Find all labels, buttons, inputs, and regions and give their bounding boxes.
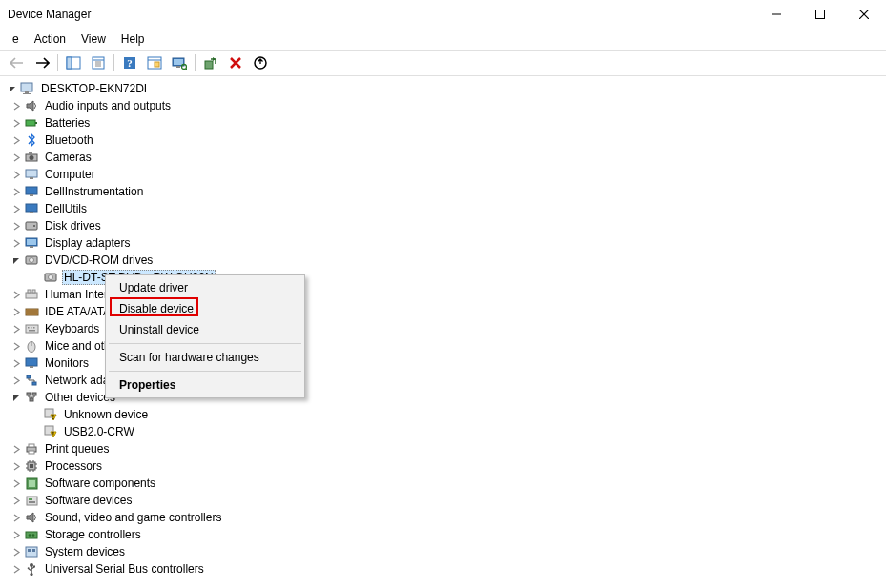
- chevron-down-icon[interactable]: [10, 253, 23, 267]
- tree-leaf-unknown-device[interactable]: ! Unknown device: [4, 406, 884, 423]
- svg-rect-35: [26, 187, 37, 194]
- context-update-driver[interactable]: Update driver: [108, 277, 302, 298]
- tree-item-processors[interactable]: Processors: [4, 457, 884, 475]
- menu-file-truncated[interactable]: e: [5, 30, 27, 49]
- tree-item-dvd[interactable]: DVD/CD-ROM drives: [4, 252, 884, 269]
- chevron-right-icon[interactable]: [10, 528, 23, 541]
- chevron-none: [29, 425, 42, 438]
- chevron-right-icon[interactable]: [10, 339, 23, 353]
- context-scan-hardware[interactable]: Scan for hardware changes: [108, 347, 302, 368]
- menu-help[interactable]: Help: [113, 30, 153, 49]
- tree-item-swdevices[interactable]: Software devices: [4, 492, 884, 509]
- chevron-right-icon[interactable]: [10, 356, 23, 370]
- forward-arrow-icon: [34, 57, 50, 69]
- tree-item-system[interactable]: System devices: [4, 543, 884, 560]
- show-hide-console-tree-button[interactable]: [62, 52, 85, 73]
- tree-item-cameras[interactable]: Cameras: [4, 149, 884, 166]
- toolbar-separator: [195, 54, 196, 71]
- titlebar: Device Manager: [0, 0, 886, 29]
- chevron-right-icon[interactable]: [10, 236, 23, 250]
- chevron-right-icon[interactable]: [10, 476, 23, 490]
- tree-item-diskdrives[interactable]: Disk drives: [4, 217, 884, 234]
- chevron-down-icon[interactable]: [10, 391, 23, 404]
- disable-device-button[interactable]: [224, 52, 247, 73]
- svg-point-92: [32, 534, 35, 537]
- chevron-right-icon[interactable]: [10, 133, 23, 147]
- chevron-right-icon[interactable]: [10, 322, 23, 335]
- svg-rect-88: [29, 498, 32, 500]
- close-button[interactable]: [842, 0, 886, 29]
- menu-view[interactable]: View: [73, 30, 113, 49]
- chevron-right-icon[interactable]: [10, 99, 23, 112]
- svg-rect-54: [26, 325, 38, 333]
- chevron-right-icon[interactable]: [10, 459, 23, 473]
- tree-label: Monitors: [43, 356, 91, 370]
- svg-rect-49: [28, 290, 31, 293]
- enable-device-button[interactable]: [199, 52, 222, 73]
- network-icon: [23, 373, 40, 388]
- chevron-right-icon[interactable]: [10, 494, 23, 507]
- context-disable-device[interactable]: Disable device: [108, 298, 302, 319]
- svg-rect-32: [29, 152, 32, 154]
- cpu-icon: [23, 458, 40, 474]
- window-controls: [754, 0, 886, 29]
- tree-label: Sound, video and game controllers: [43, 511, 223, 524]
- svg-text:?: ?: [127, 57, 133, 69]
- chevron-right-icon[interactable]: [10, 545, 23, 558]
- tree-item-storage[interactable]: Storage controllers: [4, 526, 884, 543]
- tree-item-dellutils[interactable]: DellUtils: [4, 200, 884, 217]
- menu-action[interactable]: Action: [27, 30, 73, 49]
- chevron-right-icon[interactable]: [10, 219, 23, 233]
- chevron-down-icon[interactable]: [6, 82, 19, 95]
- svg-rect-29: [35, 122, 37, 124]
- tree-leaf-usb2-crw[interactable]: ! USB2.0-CRW: [4, 423, 884, 440]
- context-properties[interactable]: Properties: [108, 375, 302, 395]
- dvd-drive-icon: [23, 253, 40, 268]
- chevron-right-icon[interactable]: [10, 305, 23, 318]
- svg-text:!: !: [52, 431, 54, 437]
- tree-item-batteries[interactable]: Batteries: [4, 114, 884, 132]
- chevron-right-icon[interactable]: [10, 562, 23, 576]
- window-title: Device Manager: [8, 8, 91, 21]
- help-button[interactable]: ?: [118, 52, 141, 73]
- tree-item-bluetooth[interactable]: Bluetooth: [4, 132, 884, 149]
- tree-label: Computer: [43, 168, 97, 181]
- chevron-right-icon[interactable]: [10, 442, 23, 456]
- tree-item-computer[interactable]: Computer: [4, 166, 884, 183]
- chevron-right-icon[interactable]: [10, 288, 23, 301]
- tree-label: Storage controllers: [43, 528, 143, 541]
- properties-button[interactable]: [87, 52, 110, 73]
- svg-rect-64: [32, 382, 36, 385]
- svg-rect-34: [30, 177, 33, 179]
- minimize-button[interactable]: [754, 0, 798, 29]
- tree-item-display[interactable]: Display adapters: [4, 234, 884, 252]
- tree-item-usb[interactable]: Universal Serial Bus controllers: [4, 560, 884, 578]
- chevron-right-icon[interactable]: [10, 151, 23, 164]
- svg-line-20: [186, 69, 187, 70]
- tree-item-dellinstrumentation[interactable]: DellInstrumentation: [4, 183, 884, 200]
- chevron-right-icon[interactable]: [10, 511, 23, 524]
- tree-item-printqueues[interactable]: Print queues: [4, 440, 884, 457]
- update-driver-button[interactable]: [249, 52, 272, 73]
- tree-item-swcomponents[interactable]: Software components: [4, 475, 884, 492]
- chevron-right-icon[interactable]: [10, 374, 23, 387]
- printer-icon: [23, 441, 40, 456]
- action-button[interactable]: [143, 52, 166, 73]
- svg-rect-93: [26, 547, 37, 557]
- forward-button[interactable]: [31, 52, 53, 73]
- chevron-right-icon[interactable]: [10, 168, 23, 181]
- tree-item-audio[interactable]: Audio inputs and outputs: [4, 97, 884, 114]
- svg-rect-86: [29, 480, 35, 487]
- chevron-right-icon[interactable]: [10, 116, 23, 130]
- chevron-right-icon[interactable]: [10, 185, 23, 198]
- tree-root[interactable]: DESKTOP-EKN72DI: [4, 80, 884, 97]
- svg-point-31: [30, 155, 34, 160]
- maximize-button[interactable]: [798, 0, 842, 29]
- chevron-right-icon[interactable]: [10, 202, 23, 215]
- panel-icon: [66, 56, 81, 70]
- scan-hardware-button[interactable]: [168, 52, 191, 73]
- back-button[interactable]: [6, 52, 29, 73]
- context-uninstall-device[interactable]: Uninstall device: [108, 319, 302, 340]
- menubar: e Action View Help: [0, 29, 886, 50]
- tree-item-soundvideo[interactable]: Sound, video and game controllers: [4, 509, 884, 526]
